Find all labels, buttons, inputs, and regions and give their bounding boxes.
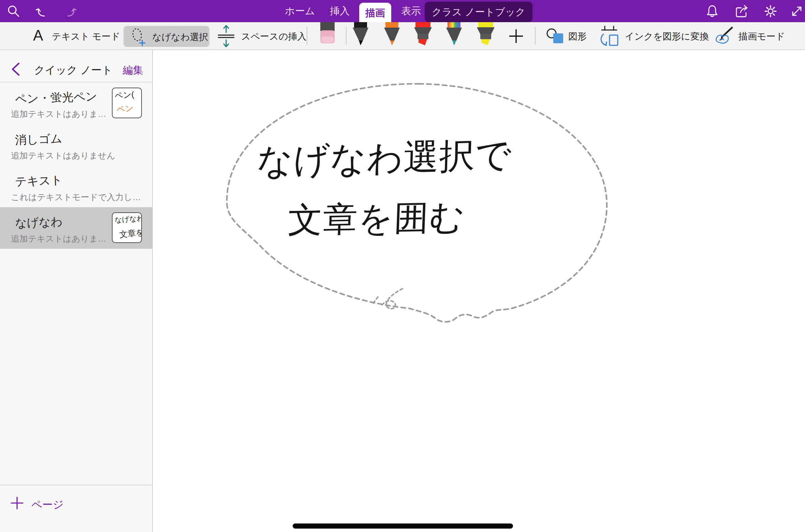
gear-icon[interactable] (764, 4, 777, 18)
tab-home[interactable]: ホーム (285, 0, 315, 22)
shapes-label: 図形 (568, 30, 587, 43)
page-item-eraser[interactable]: 消しゴム 追加テキストはありません (0, 124, 152, 166)
page-title: テキスト (15, 172, 63, 190)
add-page-button[interactable]: ページ (0, 485, 152, 532)
draw-mode-label: 描画モード (738, 30, 785, 43)
tab-draw-label: 描画 (365, 7, 385, 18)
drawing-toolbar: A テキスト モード なげなわ選択 スペースの挿入 (0, 22, 805, 50)
text-mode-label: テキスト モード (52, 30, 120, 43)
add-page-label: ページ (31, 498, 63, 512)
page-item-pen-highlighter[interactable]: ペン・蛍光ペン 追加テキストはありま… ペン( ペン (0, 82, 152, 124)
section-title: クイック ノート (34, 63, 113, 77)
ink-to-shape-label: インクを図形に変換 (625, 30, 709, 43)
tab-draw[interactable]: 描画 (359, 3, 391, 24)
lasso-select-button[interactable]: なげなわ選択 (123, 26, 209, 47)
page-title: ペン・蛍光ペン (15, 89, 98, 107)
page-thumbnail: ペン( ペン (112, 88, 142, 118)
undo-icon[interactable] (35, 4, 49, 18)
bell-icon[interactable] (705, 4, 719, 18)
page-item-text[interactable]: テキスト これはテキストモードで入力し… (0, 166, 152, 207)
handwritten-ink-line: なげなわ選択で (256, 131, 512, 186)
text-mode-letter-icon: A (33, 27, 43, 44)
rainbow-pen-tool[interactable] (444, 22, 464, 45)
page-item-lasso-selected[interactable]: なげなわ 追加テキストはありま… なげなわ 文章を (0, 207, 152, 249)
thumbnail-ink-text: ペン( (114, 89, 134, 101)
toolbar-divider (346, 27, 347, 45)
lasso-icon (131, 27, 147, 46)
text-mode-button[interactable]: A テキスト モード (32, 22, 116, 50)
draw-mode-icon (713, 26, 734, 45)
lasso-selection-outline[interactable] (153, 50, 805, 532)
toolbar-divider (535, 27, 536, 45)
plus-icon (10, 496, 24, 510)
tab-class-notebook[interactable]: クラス ノートブック (425, 2, 532, 22)
tab-insert[interactable]: 挿入 (330, 0, 350, 22)
draw-mode-button[interactable]: 描画モード (713, 22, 785, 50)
page-subtitle: これはテキストモードで入力し… (11, 192, 141, 203)
drawing-canvas[interactable]: なげなわ選択で 文章を囲む (153, 50, 805, 532)
yellow-highlighter-tool[interactable] (475, 22, 496, 45)
redo-icon[interactable] (63, 4, 77, 18)
tab-view[interactable]: 表示 (401, 0, 421, 22)
ink-to-shape-icon (599, 25, 619, 47)
add-pen-button[interactable] (508, 28, 524, 44)
thumbnail-ink-text: なげなわ (114, 213, 142, 225)
thumbnail-ink-text: ペン (116, 103, 134, 115)
black-pen-tool[interactable] (351, 22, 370, 45)
onenote-app: ホーム 挿入 描画 表示 クラス ノートブック (0, 0, 805, 532)
insert-space-button[interactable]: スペースの挿入 (216, 22, 302, 50)
home-indicator-bar[interactable] (293, 523, 513, 529)
handwritten-ink-line: 文章を囲む (287, 194, 466, 244)
page-subtitle: 追加テキストはありません (11, 150, 115, 161)
page-subtitle: 追加テキストはありま… (11, 108, 106, 120)
search-icon[interactable] (7, 4, 20, 18)
page-thumbnail: なげなわ 文章を (112, 212, 142, 243)
shapes-icon (546, 28, 565, 45)
thumbnail-ink-text: 文章を (119, 227, 142, 240)
share-icon[interactable] (735, 4, 749, 18)
edit-button[interactable]: 編集 (123, 63, 143, 77)
eraser-tool[interactable] (320, 22, 335, 43)
shapes-button[interactable]: 図形 (546, 22, 588, 50)
insert-space-label: スペースの挿入 (241, 30, 307, 43)
page-list-sidebar: クイック ノート 編集 ペン・蛍光ペン 追加テキストはありま… ペン( ペン 消… (0, 50, 153, 532)
orange-pen-tool[interactable] (382, 22, 402, 45)
lasso-select-label: なげなわ選択 (152, 31, 208, 43)
toolbar-divider (307, 27, 307, 45)
back-chevron-icon[interactable] (11, 62, 20, 76)
ink-to-shape-button[interactable]: インクを図形に変換 (599, 22, 703, 50)
expand-icon[interactable] (790, 4, 804, 18)
top-app-bar: ホーム 挿入 描画 表示 クラス ノートブック (0, 0, 805, 22)
tab-class-notebook-label: クラス ノートブック (432, 6, 526, 17)
red-highlighter-tool[interactable] (413, 22, 433, 45)
page-title: 消しゴム (15, 131, 62, 148)
page-title: なげなわ (15, 214, 63, 231)
page-subtitle: 追加テキストはありま… (11, 233, 106, 244)
insert-space-icon (216, 25, 236, 47)
